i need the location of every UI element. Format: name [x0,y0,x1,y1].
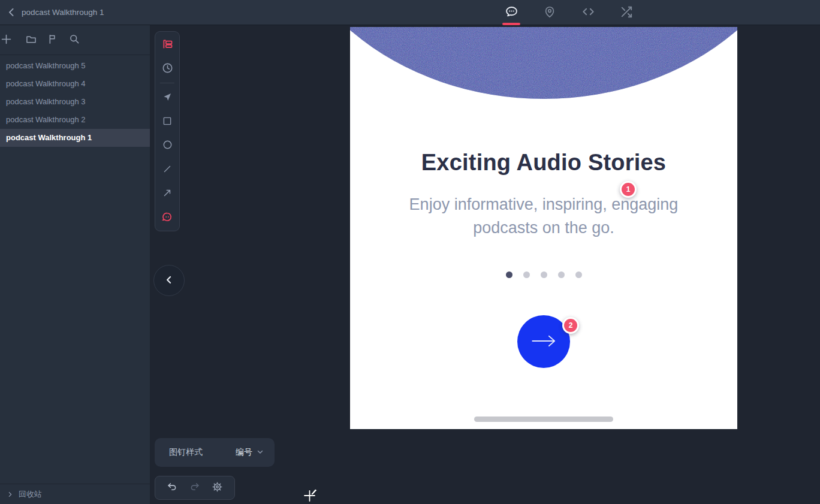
arrow-right-icon [530,334,557,349]
comment-bubble-icon [161,211,173,225]
topbar: podcast Walkthrough 1 [0,0,820,25]
pagination-dots [350,271,737,278]
screen-title: Exciting Audio Stories [350,150,737,176]
collapse-panel-button[interactable] [153,265,185,296]
pagination-dot-1[interactable] [506,271,512,278]
speech-bubble-icon [505,5,518,20]
sidebar-item-podcast-walkthrough-3[interactable]: podcast Walkthrough 3 [0,93,150,111]
chevron-down-icon [257,448,264,457]
undo-button[interactable] [165,480,180,496]
sidebar-item-podcast-walkthrough-1[interactable]: podcast Walkthrough 1 [0,129,150,147]
pin-style-dropdown[interactable]: 编号 [236,447,264,458]
sidebar-item-podcast-walkthrough-4[interactable]: podcast Walkthrough 4 [0,75,150,93]
redo-button[interactable] [187,480,203,496]
palette-divider [160,83,174,83]
back-button[interactable] [5,7,18,20]
ellipse-tool-button[interactable] [155,134,179,158]
sidebar-item-podcast-walkthrough-5[interactable]: podcast Walkthrough 5 [0,57,150,75]
sidebar-toolbar [0,25,150,55]
search-icon [68,33,80,47]
recycle-bin-label: 回收站 [19,489,42,500]
folder-icon [25,33,37,47]
tool-palette [155,31,180,231]
screen-subtitle-line1: Enjoy informative, inspiring, engaging [350,195,737,214]
tab-flow[interactable] [614,0,638,25]
screen-subtitle-line2: podcasts on the go. [350,219,737,237]
tab-pins[interactable] [538,0,562,25]
history-panel [155,476,235,500]
artboard-screen: Exciting Audio Stories Enjoy informative… [350,27,737,429]
search-button[interactable] [66,32,83,49]
arrow-up-right-icon [162,188,173,200]
code-icon [581,5,595,20]
pin-style-value: 编号 [236,447,252,458]
hero-circle-graphic [350,27,737,99]
pagination-dot-2[interactable] [523,271,530,278]
sidebar-item-podcast-walkthrough-2[interactable]: podcast Walkthrough 2 [0,111,150,129]
location-pin-icon [543,5,556,20]
plus-icon [0,33,13,47]
screen-list: podcast Walkthrough 5 podcast Walkthroug… [0,57,150,147]
select-tool-button[interactable] [155,86,179,110]
pagination-dot-5[interactable] [575,271,582,278]
active-tab-underline [502,23,520,25]
chevron-left-icon [163,274,175,288]
document-title: podcast Walkthrough 1 [22,0,104,25]
crosshair-pen-cursor [300,485,320,504]
comment-pin-2[interactable]: 2 [562,317,579,334]
add-button[interactable] [0,32,14,49]
square-icon [162,116,173,128]
folder-button[interactable] [23,32,40,49]
chevron-right-icon [7,489,13,500]
line-icon [162,164,173,176]
pagination-dot-4[interactable] [558,271,565,278]
history-tool-button[interactable] [155,57,179,81]
clock-icon [161,62,174,76]
pin-style-panel: 图钉样式 编号 [155,438,275,467]
recycle-bin-row[interactable]: 回收站 [0,484,150,504]
shuffle-icon [620,5,633,20]
redo-icon [189,481,200,494]
circle-icon [162,139,173,152]
pagination-dot-3[interactable] [541,271,547,278]
app-root: podcast Walkthrough 1 [0,0,820,504]
pin-list-tool-button[interactable] [155,33,179,57]
rectangle-tool-button[interactable] [155,110,179,134]
line-tool-button[interactable] [155,158,179,182]
cursor-icon [162,92,173,104]
flag-icon [47,34,59,47]
chevron-left-icon [7,10,17,19]
pin-style-label: 图钉样式 [169,447,203,458]
sidebar: podcast Walkthrough 5 podcast Walkthroug… [0,25,150,504]
tab-code[interactable] [576,0,600,25]
pin-list-icon [161,38,174,52]
settings-button[interactable] [209,480,225,496]
home-indicator [474,417,613,422]
gear-icon [212,481,223,494]
flag-button[interactable] [44,32,61,49]
comment-pin-1[interactable]: 1 [620,181,637,198]
arrow-tool-button[interactable] [155,182,179,206]
tab-comments[interactable] [499,0,523,25]
undo-icon [167,481,178,494]
comment-tool-button[interactable] [155,206,179,230]
